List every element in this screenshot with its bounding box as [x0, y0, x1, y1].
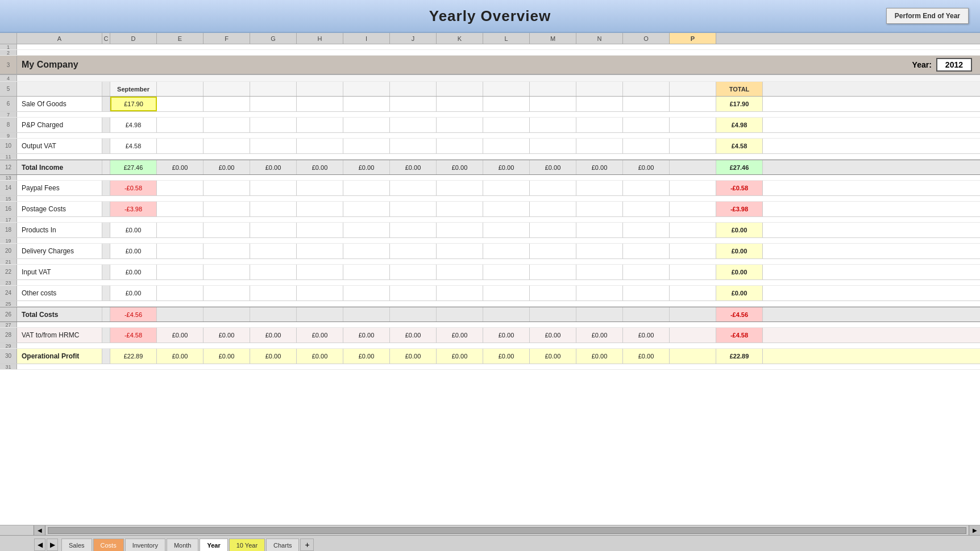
spacer-9: 9 — [0, 133, 980, 139]
col-header-g: G — [250, 33, 297, 44]
horizontal-scrollbar[interactable] — [48, 527, 966, 534]
output-vat-row: 10 Output VAT £4.58 £4.58 — [0, 139, 980, 154]
total-costs-label: Total Costs — [17, 307, 102, 322]
sale-of-goods-row: 6 Sale Of Goods £17.90 £17.90 — [0, 97, 980, 112]
spacer-row-4: 4 — [0, 75, 980, 82]
paypal-fees-total: -£0.58 — [716, 181, 763, 195]
spacer-13: 13 — [0, 175, 980, 181]
paypal-fees-row: 14 Paypal Fees -£0.58 -£0.58 — [0, 181, 980, 196]
spacer-27: 27 — [0, 322, 980, 328]
spacer-row-1: 1 — [0, 44, 980, 50]
tab-year[interactable]: Year — [200, 539, 227, 551]
total-costs-total: -£4.56 — [716, 307, 763, 322]
pp-charged-sep[interactable]: £4.98 — [110, 118, 157, 132]
tab-sales[interactable]: Sales — [61, 539, 92, 551]
col-header-n: N — [576, 33, 623, 44]
total-costs-row: 26 Total Costs -£4.56 -£4.56 — [0, 307, 980, 322]
sheet-tab-bar: ◀ ▶ Sales Costs Inventory Month Year 10 … — [0, 535, 980, 551]
other-costs-label: Other costs — [17, 286, 102, 300]
header-m2 — [157, 82, 204, 96]
input-vat-label: Input VAT — [17, 265, 102, 279]
col-header-p: P — [670, 33, 716, 44]
header-september: September — [110, 82, 157, 96]
total-income-total: £27.46 — [716, 160, 763, 174]
header-m10 — [530, 82, 576, 96]
spacer-row-2: 2 — [0, 50, 980, 56]
spacer-19: 19 — [0, 238, 980, 244]
delivery-charges-label: Delivery Charges — [17, 244, 102, 258]
corner-cell — [0, 33, 17, 44]
sale-of-goods-total: £17.90 — [716, 97, 763, 111]
vat-hrmc-row: 28 VAT to/from HRMC -£4.58 £0.00 £0.00 £… — [0, 328, 980, 343]
col-header-c: C — [102, 33, 110, 44]
tab-scroll-right[interactable]: ▶ — [47, 539, 58, 551]
header-m7 — [390, 82, 437, 96]
tab-month[interactable]: Month — [167, 539, 199, 551]
spacer-23: 23 — [0, 280, 980, 286]
header-m13 — [670, 82, 716, 96]
operational-profit-label: Operational Profit — [17, 349, 102, 364]
paypal-fees-sep[interactable]: -£0.58 — [110, 181, 157, 195]
input-vat-sep[interactable]: £0.00 — [110, 265, 157, 279]
vat-hrmc-label: VAT to/from HRMC — [17, 328, 102, 343]
header-m5 — [297, 82, 343, 96]
other-costs-sep[interactable]: £0.00 — [110, 286, 157, 300]
total-income-label: Total Income — [17, 160, 102, 174]
spacer-11: 11 — [0, 154, 980, 160]
tab-10year[interactable]: 10 Year — [229, 539, 265, 551]
page-title: Yearly Overview — [429, 7, 551, 25]
spacer-31: 31 — [0, 364, 980, 370]
tab-inventory[interactable]: Inventory — [125, 539, 165, 551]
col-header-l: L — [483, 33, 530, 44]
postage-costs-sep[interactable]: -£3.98 — [110, 202, 157, 216]
output-vat-total: £4.58 — [716, 139, 763, 153]
col-header-a: A — [17, 33, 102, 44]
sale-of-goods-label: Sale Of Goods — [17, 97, 102, 111]
col-header-j: J — [390, 33, 437, 44]
column-header-row: A C D E F G H I J K L M N O P — [0, 33, 980, 44]
sale-of-goods-sep[interactable]: £17.90 — [110, 97, 157, 111]
scroll-right-button[interactable]: ▶ — [969, 525, 980, 536]
scroll-left-button[interactable]: ◀ — [34, 525, 45, 536]
horizontal-scroll-area[interactable]: ◀ ▶ — [0, 525, 980, 535]
add-sheet-button[interactable]: + — [300, 539, 314, 551]
header-m6 — [343, 82, 390, 96]
col-header-d: D — [110, 33, 157, 44]
input-vat-row: 22 Input VAT £0.00 £0.00 — [0, 265, 980, 280]
col-header-m: M — [530, 33, 576, 44]
postage-costs-row: 16 Postage Costs -£3.98 -£3.98 — [0, 202, 980, 217]
col-header-e: E — [157, 33, 204, 44]
products-in-sep[interactable]: £0.00 — [110, 223, 157, 237]
col-header-i: I — [343, 33, 390, 44]
spacer-7: 7 — [0, 112, 980, 118]
other-costs-total: £0.00 — [716, 286, 763, 300]
year-label: Year: — [912, 60, 932, 69]
delivery-charges-total: £0.00 — [716, 244, 763, 258]
tab-charts[interactable]: Charts — [266, 539, 299, 551]
col-header-h: H — [297, 33, 343, 44]
tab-costs[interactable]: Costs — [93, 539, 124, 551]
output-vat-sep[interactable]: £4.58 — [110, 139, 157, 153]
spreadsheet-container: Yearly Overview Perform End of Year A C … — [0, 0, 980, 551]
year-value: 2012 — [936, 58, 972, 72]
col-header-f: F — [204, 33, 250, 44]
products-in-row: 18 Products In £0.00 £0.00 — [0, 223, 980, 238]
perform-end-of-year-button[interactable]: Perform End of Year — [886, 8, 969, 24]
main-content: 1 2 3 My Company Year: 2012 4 5 — [0, 44, 980, 525]
header-m8 — [437, 82, 483, 96]
company-name-cell: My Company — [17, 56, 102, 74]
postage-costs-label: Postage Costs — [17, 202, 102, 216]
col-header-o: O — [623, 33, 670, 44]
products-in-label: Products In — [17, 223, 102, 237]
postage-costs-total: -£3.98 — [716, 202, 763, 216]
operational-profit-total: £22.89 — [716, 349, 763, 364]
spacer-29: 29 — [0, 343, 980, 349]
delivery-charges-sep[interactable]: £0.00 — [110, 244, 157, 258]
tab-scroll-left[interactable]: ◀ — [34, 539, 45, 551]
month-header-row: 5 September TOTAL — [0, 82, 980, 97]
total-income-sep: £27.46 — [110, 160, 157, 174]
vat-hrmc-total: -£4.58 — [716, 328, 763, 343]
header-m3 — [204, 82, 250, 96]
pp-charged-total: £4.98 — [716, 118, 763, 132]
company-row: 3 My Company Year: 2012 — [0, 56, 980, 75]
